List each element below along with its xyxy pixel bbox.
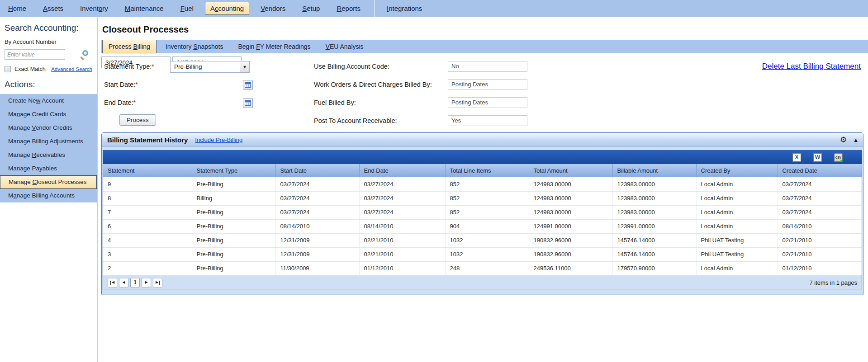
account-number-input[interactable] [5, 49, 65, 60]
cell-statement: 4 [103, 233, 192, 247]
pager: ◀ ◀ 1 ▶ ▶ 7 items in 1 pages [103, 276, 862, 290]
column-header-statement-type[interactable]: Statement Type [192, 164, 275, 177]
chevron-down-icon[interactable]: ▼ [240, 61, 249, 72]
nav-item-assets[interactable]: Assets [38, 2, 69, 15]
include-pre-billing-link[interactable]: Include Pre-Billing [195, 136, 242, 143]
table-row[interactable]: 2Pre-Billing11/30/200901/12/201024824953… [103, 261, 862, 275]
panel-header: Billing Statement History Include Pre-Bi… [102, 133, 863, 147]
cell-total-line-items: 852 [445, 191, 529, 205]
cell-statement: 7 [103, 205, 192, 219]
by-account-number-label: By Account Number [5, 38, 92, 45]
delete-last-billing-statement-link[interactable]: Delete Last Billing Statement [762, 62, 861, 71]
cell-total-line-items: 248 [445, 261, 529, 275]
nav-item-integrations[interactable]: Integrations [381, 2, 427, 15]
fuel-billed-by-label: Fuel Billed By: [314, 99, 356, 106]
cell-start-date: 12/31/2009 [275, 233, 359, 247]
nav-item-fuel[interactable]: Fuel [175, 2, 199, 15]
cell-created-by: Local Admin [696, 261, 778, 275]
statement-type-label: Statement Type:* [104, 63, 154, 70]
start-date-label: Start Date:* [104, 81, 138, 88]
cell-statement-type: Pre-Billing [192, 219, 275, 233]
sidebar-item-manage-billing-accounts[interactable]: Manage Billing Accounts [0, 189, 97, 202]
start-date-calendar-icon[interactable] [243, 80, 253, 90]
pager-last-button[interactable]: ▶ [153, 278, 162, 287]
sidebar-item-manage-vendor-credits[interactable]: Manage Vendor Credits [0, 121, 97, 135]
cell-billable-amount: 179570.90000 [612, 261, 696, 275]
billing-statement-history-panel: Billing Statement History Include Pre-Bi… [101, 132, 863, 295]
cell-total-amount: 190832.96000 [529, 233, 612, 247]
cell-end-date: 02/21/2010 [359, 233, 445, 247]
cell-created-date: 01/12/2010 [778, 261, 862, 275]
nav-item-vendors[interactable]: Vendors [255, 2, 291, 15]
nav-item-reports[interactable]: Reports [331, 2, 366, 15]
table-row[interactable]: 9Pre-Billing03/27/202403/27/202485212498… [103, 177, 862, 191]
nav-item-maintenance[interactable]: Maintenance [119, 2, 169, 15]
tab-inventory-snapshots[interactable]: Inventory Snapshots [160, 40, 229, 53]
collapse-arrow-icon[interactable]: ▲ [854, 137, 858, 142]
cell-start-date: 03/27/2024 [275, 191, 359, 205]
post-to-ar-value: Yes [448, 115, 527, 126]
statement-type-select[interactable]: Pre-Billing ▼ [170, 61, 250, 73]
table-row[interactable]: 4Pre-Billing12/31/200902/21/201010321908… [103, 233, 862, 247]
table-row[interactable]: 7Pre-Billing03/27/202403/27/202485212498… [103, 205, 862, 219]
word-export-icon[interactable]: W [813, 153, 822, 162]
cell-created-by: Local Admin [696, 191, 778, 205]
sidebar-item-manage-credit-cards[interactable]: Manage Credit Cards [0, 108, 97, 121]
cell-created-date: 03/27/2024 [778, 177, 862, 191]
end-date-label: End Date:* [104, 99, 136, 106]
tab-begin-fy-meter-readings[interactable]: Begin FY Meter Readings [232, 40, 316, 53]
cell-created-date: 08/14/2010 [778, 219, 862, 233]
search-icon[interactable] [80, 50, 89, 59]
cell-statement: 3 [103, 247, 192, 261]
end-date-calendar-icon[interactable] [243, 98, 253, 108]
csv-export-icon[interactable]: CSV [834, 153, 843, 162]
nav-item-home[interactable]: Home [3, 2, 32, 15]
excel-export-icon[interactable]: X [792, 153, 801, 162]
table-row[interactable]: 6Pre-Billing08/14/201008/14/201090412499… [103, 219, 862, 233]
tab-veu-analysis[interactable]: VEU Analysis [320, 40, 370, 53]
cell-total-amount: 124983.00000 [529, 191, 612, 205]
actions-heading: Actions: [5, 80, 92, 89]
cell-total-line-items: 1032 [445, 233, 529, 247]
cell-statement-type: Pre-Billing [192, 261, 275, 275]
process-button[interactable]: Process [119, 114, 156, 126]
table-row[interactable]: 8Billing03/27/202403/27/2024852124983.00… [103, 191, 862, 205]
sidebar-item-manage-receivables[interactable]: Manage Receivables [0, 148, 97, 162]
sidebar-item-create-new-account[interactable]: Create New Account [0, 94, 97, 108]
pager-first-button[interactable]: ◀ [108, 278, 117, 287]
gear-icon[interactable]: ⚙ [840, 136, 847, 144]
sidebar-item-manage-closeout-processes[interactable]: Manage Closeout Processes [0, 175, 97, 189]
advanced-search-link[interactable]: Advanced Search [51, 66, 92, 72]
sidebar-item-manage-billing-adjustments[interactable]: Manage Billing Adjustments [0, 135, 97, 148]
table-row[interactable]: 3Pre-Billing12/31/200902/21/201010321908… [103, 247, 862, 261]
cell-created-by: Local Admin [696, 205, 778, 219]
exact-match-checkbox[interactable] [5, 66, 11, 72]
pager-prev-button[interactable]: ◀ [119, 278, 128, 287]
nav-item-inventory[interactable]: Inventory [75, 2, 114, 15]
nav-item-accounting[interactable]: Accounting [205, 2, 249, 15]
cell-start-date: 08/14/2010 [275, 219, 359, 233]
billing-statement-table: StatementStatement TypeStart DateEnd Dat… [103, 164, 862, 276]
table-header-row: StatementStatement TypeStart DateEnd Dat… [103, 164, 862, 177]
column-header-total-amount[interactable]: Total Amount [529, 164, 612, 177]
column-header-start-date[interactable]: Start Date [275, 164, 359, 177]
cell-total-line-items: 852 [445, 205, 529, 219]
column-header-created-by[interactable]: Created By [696, 164, 778, 177]
pager-next-button[interactable]: ▶ [142, 278, 151, 287]
cell-total-amount: 124983.00000 [529, 205, 612, 219]
tab-process-billing[interactable]: Process Billing [102, 40, 157, 53]
cell-created-date: 03/27/2024 [778, 205, 862, 219]
process-billing-form: Statement Type:* Pre-Billing ▼ Start Dat… [101, 56, 868, 132]
column-header-statement[interactable]: Statement [103, 164, 192, 177]
cell-billable-amount: 145746.14000 [612, 247, 696, 261]
cell-total-line-items: 1032 [445, 247, 529, 261]
cell-start-date: 03/27/2024 [275, 205, 359, 219]
sidebar-item-manage-payables[interactable]: Manage Payables [0, 162, 97, 175]
column-header-created-date[interactable]: Created Date [778, 164, 862, 177]
column-header-end-date[interactable]: End Date [359, 164, 445, 177]
pager-page-1-button[interactable]: 1 [130, 278, 140, 287]
column-header-total-line-items[interactable]: Total Line Items [445, 164, 529, 177]
column-header-billable-amount[interactable]: Billable Amount [612, 164, 696, 177]
nav-item-setup[interactable]: Setup [297, 2, 325, 15]
exact-match-label: Exact Match [14, 66, 46, 72]
